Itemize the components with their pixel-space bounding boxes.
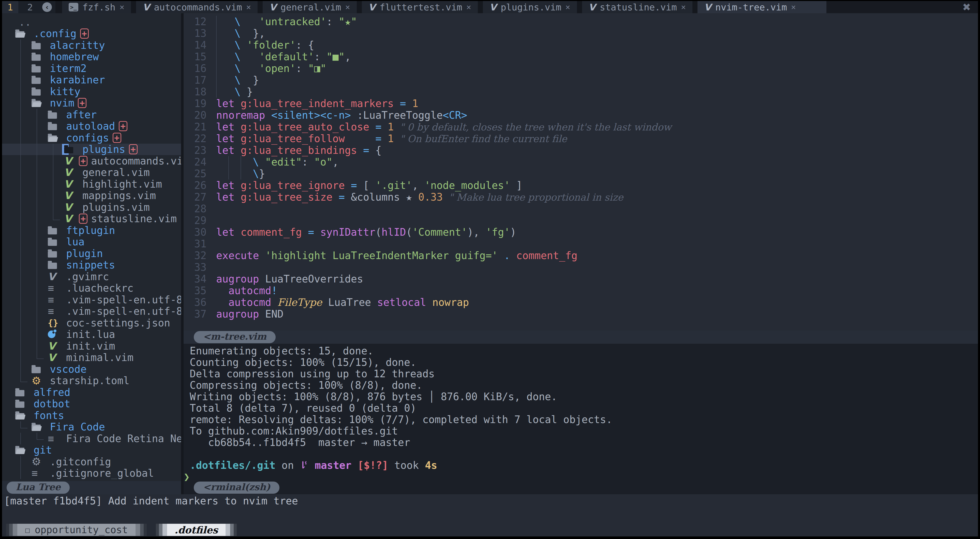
terminal-line: To github.com:Akin909/dotfiles.git [184,425,978,437]
tab-close-icon[interactable]: × [791,2,796,12]
tree-item[interactable]: Vhighlight.vim [2,178,181,190]
buffer-tab-general.vim[interactable]: Vgeneral.vim× [262,1,357,13]
tree-item[interactable]: plugins+ [2,144,181,155]
vim-icon: V [48,340,56,352]
line-number: 31 [184,238,216,250]
window-separator[interactable] [181,13,184,481]
tree-item[interactable]: Vminimal.vim [2,352,181,364]
tree-item[interactable]: kitty [2,86,181,97]
tree-item[interactable]: lua [2,236,181,248]
terminal-pane[interactable]: Enumerating objects: 15, done. Counting … [184,344,978,481]
pill-edge [135,524,147,536]
tree-item[interactable]: autoload+ [2,121,181,132]
close-all-icon[interactable]: ✖ [955,1,978,13]
tree-item[interactable]: dotbot [2,398,181,410]
code-line: 28 [184,203,978,215]
plus-badge: + [129,144,138,154]
tree-item-label: nvim [50,97,74,109]
tab-close-icon[interactable]: × [345,2,350,12]
tree-item[interactable]: after [2,109,181,121]
buffer-tab-autocommands.vim[interactable]: Vautocommands.vim× [136,1,258,13]
tree-item[interactable]: .config+ [2,28,181,40]
tree-item[interactable]: Vgeneral.vim [2,167,181,178]
tree-item[interactable]: homebrew [2,51,181,63]
tmux-window-.dotfiles[interactable]: .dotfiles [156,524,237,536]
tab-close-icon[interactable]: × [246,2,251,12]
tree-item-label: karabiner [50,74,105,86]
tree-item[interactable]: snippets [2,259,181,271]
terminal-line: Writing objects: 100% (8/8), 876 bytes │… [184,391,978,402]
tree-item[interactable]: configs+ [2,132,181,144]
tmux-window-body: ☐opportunity_cost [17,524,135,536]
tree-item[interactable]: Vmappings.vim [2,190,181,202]
buffer-tab-plugins.vim[interactable]: Vplugins.vim× [483,1,577,13]
folder-icon [48,262,57,269]
tree-item[interactable]: {}coc-settings.json [2,317,181,329]
tree-item[interactable]: Fira Code [2,421,181,433]
buffer-tab-nvim-tree.vim[interactable]: Vnvim-tree.vim× [697,1,826,13]
code-line: 33 [184,261,978,273]
folder-icon [32,54,41,61]
tab-close-icon[interactable]: × [119,2,124,12]
tree-item[interactable]: iterm2 [2,62,181,74]
code-line: 18 \ } [184,86,978,98]
buffer-tab-statusline.vim[interactable]: Vstatusline.vim× [582,1,693,13]
tab-label: plugins.vim [501,2,561,13]
tree-item[interactable]: nvim+ [2,97,181,109]
editor-pane[interactable]: 12 \ 'untracked': "★"13 \ },14 \ 'folder… [184,13,978,331]
tmux-window-opportunity_cost[interactable]: ☐opportunity_cost [6,524,147,536]
tree-item[interactable]: vscode [2,363,181,375]
tree-item[interactable]: ftplugin [2,224,181,236]
tree-item-label: homebrew [50,51,99,63]
tree-item[interactable]: karabiner [2,74,181,86]
line-number: 23 [184,145,216,156]
tree-item[interactable]: .. [2,16,181,28]
tree-item[interactable]: ≡.gitignore_global [2,467,181,479]
tab-label: general.vim [280,2,341,13]
tree-item[interactable]: init.lua [2,329,181,340]
back-icon[interactable]: ‹ [42,2,52,12]
tabpage-2[interactable]: 2 [22,2,38,13]
tabpage-1[interactable]: 1 [2,1,18,13]
tree-item[interactable]: ≡.luacheckrc [2,283,181,294]
tree-item[interactable]: ≡Fira Code Retina Ner [2,433,181,444]
tree-item[interactable]: ⚙starship.toml [2,375,181,387]
tmux-window-body: .dotfiles [167,524,226,536]
tree-item[interactable]: fonts [2,410,181,421]
tree-guide [15,329,32,340]
tree-item[interactable]: ≡.vim-spell-en.utf-8. [2,305,181,317]
tree-item[interactable]: V+statusline.vim [2,213,181,225]
git-branch-icon [300,460,309,472]
tabbar-filler [826,1,955,13]
tab-close-icon[interactable]: × [565,2,570,12]
line-number: 29 [184,215,216,226]
tree-guide [15,97,32,109]
tree-guide [32,294,48,305]
tab-close-icon[interactable]: × [681,2,686,12]
tree-item[interactable]: alfred [2,386,181,398]
tree-item[interactable]: V.gvimrc [2,271,181,283]
tree-item[interactable]: V+autocommands.vim [2,155,181,167]
tree-guide [15,74,32,86]
tree-icon-cell: ≡ [48,305,60,317]
file-tree-panel[interactable]: ...config+alacrittyhomebrewiterm2karabin… [2,13,181,481]
code-line: 34augroup LuaTreeOverrides [184,273,978,285]
tree-item[interactable]: plugin [2,248,181,259]
terminal-statusline: <rminal(zsh) [184,481,978,494]
tree-guide [15,178,32,190]
tree-item[interactable]: Vplugins.vim [2,201,181,213]
tree-icon-cell [32,40,44,51]
tree-guide [15,167,32,178]
tree-item[interactable]: ⚙.gitconfig [2,456,181,467]
tree-item[interactable]: alacritty [2,40,181,51]
buffer-tab-fluttertest.vim[interactable]: Vfluttertest.vim× [362,1,478,13]
folder-icon [15,401,24,408]
tree-item[interactable]: git [2,444,181,456]
tree-item-label: .luacheckrc [66,283,134,294]
tree-item[interactable]: Vinit.vim [2,340,181,352]
tree-item[interactable]: ≡.vim-spell-en.utf-8. [2,294,181,305]
tree-guide [15,132,32,144]
buffer-tab-fzf.sh[interactable]: >_fzf.sh× [62,1,131,13]
tab-close-icon[interactable]: × [466,2,471,12]
tree-icon-cell [15,28,27,40]
